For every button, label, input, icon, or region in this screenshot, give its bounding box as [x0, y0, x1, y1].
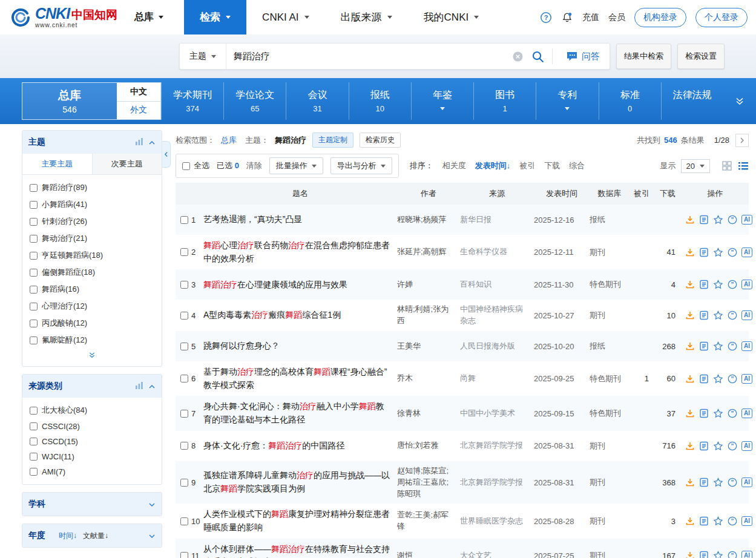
filter-item[interactable]: AMI(7) [30, 464, 154, 479]
filter-checkbox[interactable] [30, 303, 38, 310]
html-read-icon[interactable] [699, 478, 709, 487]
nav-cnki-ai[interactable]: CNKI AI [246, 0, 324, 34]
row-checkbox[interactable] [180, 312, 188, 320]
html-read-icon[interactable] [699, 516, 709, 526]
result-source[interactable]: 新华日报 [460, 214, 534, 226]
ai-icon[interactable]: AI [741, 374, 752, 384]
search-history-button[interactable]: 检索历史 [360, 133, 401, 148]
bar-chart-icon[interactable] [136, 382, 143, 391]
favorite-icon[interactable] [713, 280, 723, 289]
result-authors[interactable]: 林晴;利婧;张为西 [397, 304, 460, 327]
filter-checkbox[interactable] [30, 453, 38, 461]
result-source[interactable]: 北京舞蹈学院学报 [460, 477, 534, 488]
nav-my-cnki[interactable]: 我的CNKI [408, 0, 495, 34]
filter-checkbox[interactable] [30, 184, 38, 192]
filter-item[interactable]: CSSCI(28) [30, 419, 154, 434]
filter-checkbox[interactable] [30, 320, 38, 327]
html-read-icon[interactable] [699, 341, 709, 351]
ai-icon[interactable]: AI [741, 478, 752, 487]
filter-item[interactable]: 针刺治疗(26) [30, 213, 154, 230]
batch-actions-dropdown[interactable]: 批量操作 [269, 157, 323, 174]
org-login-button[interactable]: 机构登录 [634, 8, 686, 27]
db-nav-item[interactable]: 年鉴 [411, 82, 473, 120]
qa-button[interactable]: 问答 [556, 51, 610, 62]
ai-icon[interactable]: AI [741, 551, 752, 558]
help-icon[interactable]: ? [540, 11, 552, 24]
row-checkbox[interactable] [180, 479, 188, 487]
chevron-up-icon[interactable] [148, 382, 156, 391]
tab-chinese[interactable]: 中文 [117, 83, 160, 102]
favorite-icon[interactable] [713, 516, 723, 526]
db-nav-item[interactable]: 专利 [536, 82, 598, 120]
sort-option[interactable]: 综合 [569, 160, 585, 171]
result-authors[interactable]: 张延芹;高朝辉 [397, 246, 460, 258]
filter-item[interactable]: WJCI(11) [30, 449, 154, 464]
download-icon[interactable] [685, 248, 695, 257]
result-title-link[interactable]: 人类作业模式下的舞蹈康复护理对精神分裂症患者睡眠质量的影响 [203, 509, 390, 532]
filter-checkbox[interactable] [30, 269, 38, 277]
result-source[interactable]: 尚舞 [460, 373, 534, 384]
filter-checkbox[interactable] [30, 422, 38, 430]
favorite-icon[interactable] [713, 551, 723, 558]
html-read-icon[interactable] [699, 280, 709, 289]
db-nav-item-zongku[interactable]: 总库 546 中文 外文 [22, 82, 161, 120]
filter-checkbox[interactable] [30, 201, 38, 209]
expand-more-icon[interactable] [723, 96, 756, 106]
download-icon[interactable] [685, 516, 695, 526]
search-icon[interactable] [527, 50, 548, 63]
cite-icon[interactable]: ” [728, 341, 737, 351]
select-all-control[interactable]: 全选 [182, 160, 209, 171]
filter-item[interactable]: 亨廷顿舞蹈病(18) [30, 247, 154, 264]
select-all-checkbox[interactable] [182, 162, 190, 170]
result-title-link[interactable]: 跳舞何以疗愈身心？ [203, 341, 280, 350]
cite-icon[interactable]: ” [728, 248, 737, 257]
result-authors[interactable]: 唐怡;刘若雅 [397, 440, 460, 451]
ai-icon[interactable]: AI [741, 341, 752, 351]
tab-secondary-topic[interactable]: 次要主题 [92, 154, 162, 174]
favorite-icon[interactable] [713, 215, 723, 225]
grid-view-icon[interactable] [722, 161, 732, 171]
result-authors[interactable]: 王美华 [397, 341, 460, 352]
result-authors[interactable]: 徐青林 [397, 408, 460, 419]
download-icon[interactable] [685, 310, 695, 320]
nav-zongku-dropdown[interactable]: 总库 [134, 11, 163, 24]
row-checkbox[interactable] [180, 343, 188, 350]
filter-checkbox[interactable] [30, 438, 38, 445]
result-title-link[interactable]: 舞蹈心理治疗联合药物治疗在混合焦虑抑郁症患者中的效果分析 [203, 240, 390, 263]
result-authors[interactable]: 程晓琳;杨频萍 [397, 214, 460, 226]
filter-checkbox[interactable] [30, 286, 38, 294]
recharge-link[interactable]: 充值 [582, 12, 599, 23]
cnki-logo[interactable]: CNKI 中国知网 www.cnki.net [10, 6, 117, 28]
html-read-icon[interactable] [699, 310, 709, 320]
result-title-link[interactable]: 舞蹈治疗在心理健康领域的应用与效果 [203, 280, 347, 289]
filter-item[interactable]: CSCD(15) [30, 434, 154, 449]
year-sort-time[interactable]: 时间↓ [59, 531, 77, 541]
html-read-icon[interactable] [699, 441, 709, 451]
scope-value[interactable]: 总库 [221, 135, 237, 146]
row-checkbox[interactable] [180, 442, 188, 450]
row-checkbox[interactable] [180, 281, 188, 289]
search-settings-button[interactable]: 检索设置 [677, 44, 725, 69]
result-title-link[interactable]: 从个体到群体——舞蹈治疗在特殊教育与社会支持体系中的实践探索 [203, 544, 390, 558]
db-nav-item[interactable]: 会议31 [286, 82, 348, 120]
filter-item[interactable]: 舞动治疗(21) [30, 230, 154, 247]
sort-option[interactable]: 发表时间↓ [475, 160, 511, 171]
result-title-link[interactable]: 身体·文化·疗愈：舞蹈治疗的中国路径 [203, 441, 344, 450]
db-nav-item[interactable]: 学位论文65 [223, 82, 286, 120]
ai-icon[interactable]: AI [741, 441, 752, 451]
favorite-icon[interactable] [713, 409, 723, 418]
favorite-icon[interactable] [713, 310, 723, 320]
result-authors[interactable]: 谢恒 [397, 550, 460, 558]
html-read-icon[interactable] [699, 374, 709, 384]
download-icon[interactable] [685, 409, 695, 418]
topic-expand-icon[interactable] [22, 350, 162, 366]
page-size-select[interactable]: 20 [681, 159, 710, 173]
year-card-header[interactable]: 年度 时间↓ 文献量↓ [22, 524, 162, 547]
filter-item[interactable]: 心理治疗(12) [30, 298, 154, 315]
db-nav-item[interactable]: 报纸10 [349, 82, 411, 120]
filter-checkbox[interactable] [30, 336, 38, 344]
db-nav-item[interactable]: 学术期刊374 [161, 82, 223, 120]
download-icon[interactable] [685, 478, 695, 487]
export-analyze-dropdown[interactable]: 导出与分析 [330, 157, 392, 174]
cite-icon[interactable]: ” [728, 409, 737, 418]
